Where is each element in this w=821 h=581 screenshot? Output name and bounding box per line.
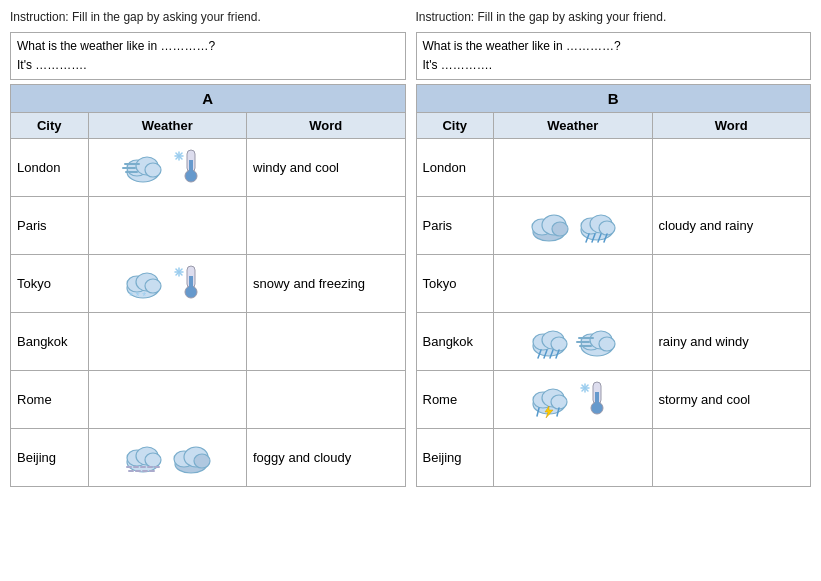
city-cell: Rome [416,371,494,429]
col-header-weather: Weather [88,113,246,139]
city-cell: Paris [11,197,89,255]
table-row: Pariscloudy and rainy [416,197,811,255]
col-header-word: Word [247,113,406,139]
cloudy-icon [169,436,213,476]
table-B: BCityWeatherWordLondonPariscloudy and ra… [416,84,812,487]
word-cell [652,429,811,487]
rainy-icon [527,320,571,360]
col-header-word: Word [652,113,811,139]
word-cell: cloudy and rainy [652,197,811,255]
word-cell: foggy and cloudy [247,429,406,487]
weather-cell [88,313,246,371]
table-row: Beijing [416,429,811,487]
word-cell: rainy and windy [652,313,811,371]
cloudy-icon [527,204,571,244]
weather-cell [494,429,652,487]
city-cell: Tokyo [11,255,89,313]
snowy-icon [121,262,165,302]
rainy-icon [575,204,619,244]
table-row: Tokyosnowy and freezing [11,255,406,313]
word-cell [247,371,406,429]
freezing-icon [169,262,213,302]
weather-cell [88,197,246,255]
stormy-icon [527,378,571,418]
weather-cell [88,429,246,487]
foggy-icon [121,436,165,476]
weather-cell [88,255,246,313]
col-header-city: City [416,113,494,139]
page: Instruction: Fill in the gap by asking y… [10,10,811,571]
prompt-line1: What is the weather like in …………? [17,39,215,53]
panel-A: Instruction: Fill in the gap by asking y… [10,10,406,571]
table-row: Paris [11,197,406,255]
weather-cell [494,197,652,255]
panel-title-A: A [11,85,406,113]
word-cell [652,255,811,313]
word-cell [247,313,406,371]
col-header-city: City [11,113,89,139]
prompt-line2: It's …………. [17,58,87,72]
table-row: Bangkok [11,313,406,371]
weather-cell [88,371,246,429]
table-row: Londonwindy and cool [11,139,406,197]
prompt-box: What is the weather like in …………?It's ……… [416,32,812,80]
city-cell: Beijing [416,429,494,487]
table-row: Romestormy and cool [416,371,811,429]
city-cell: Paris [416,197,494,255]
panel-title-B: B [416,85,811,113]
weather-cell [494,313,652,371]
city-cell: London [416,139,494,197]
word-cell: windy and cool [247,139,406,197]
freezing-icon [575,378,619,418]
weather-cell [494,255,652,313]
table-row: Bangkokrainy and windy [416,313,811,371]
table-A: ACityWeatherWordLondonwindy and coolPari… [10,84,406,487]
instruction-text: Instruction: Fill in the gap by asking y… [10,10,406,24]
col-header-weather: Weather [494,113,652,139]
windy-icon [575,320,619,360]
panel-B: Instruction: Fill in the gap by asking y… [416,10,812,571]
table-row: Beijingfoggy and cloudy [11,429,406,487]
cool-icon [169,146,213,186]
instruction-text: Instruction: Fill in the gap by asking y… [416,10,812,24]
word-cell [247,197,406,255]
word-cell: stormy and cool [652,371,811,429]
prompt-box: What is the weather like in …………?It's ……… [10,32,406,80]
table-row: Tokyo [416,255,811,313]
prompt-line1: What is the weather like in …………? [423,39,621,53]
weather-cell [88,139,246,197]
table-row: Rome [11,371,406,429]
city-cell: Tokyo [416,255,494,313]
city-cell: Beijing [11,429,89,487]
table-row: London [416,139,811,197]
word-cell: snowy and freezing [247,255,406,313]
word-cell [652,139,811,197]
windy-icon [121,146,165,186]
city-cell: Bangkok [11,313,89,371]
city-cell: Rome [11,371,89,429]
city-cell: London [11,139,89,197]
prompt-line2: It's …………. [423,58,493,72]
weather-cell [494,139,652,197]
city-cell: Bangkok [416,313,494,371]
weather-cell [494,371,652,429]
